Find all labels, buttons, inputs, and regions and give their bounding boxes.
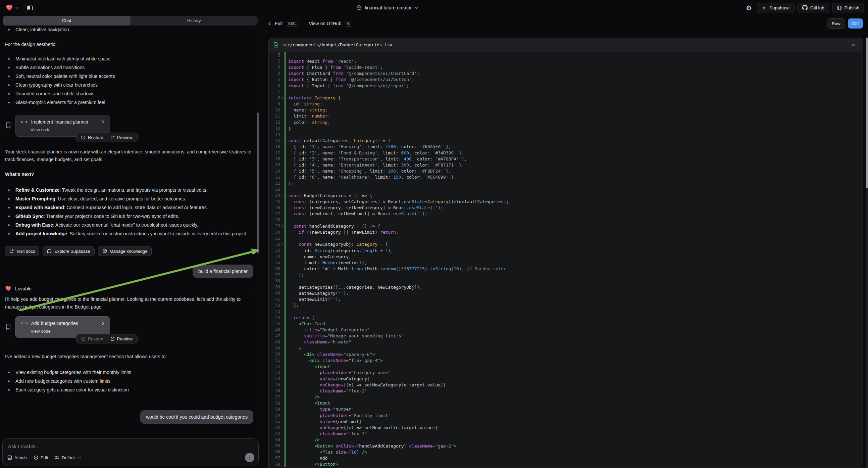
message-more-options-icon[interactable]: ⋯ xyxy=(246,286,252,291)
code-line: 24∨const BudgetCategories = () => { xyxy=(269,193,863,198)
code-line: 54 value={newCategory} xyxy=(269,376,863,382)
diff-added-gutter xyxy=(284,193,285,198)
manage-knowledge-button[interactable]: Manage knowledge xyxy=(98,246,152,256)
attach-button[interactable]: Attach xyxy=(7,455,27,460)
diff-added-gutter xyxy=(284,260,285,266)
code-line: 9 id: string; xyxy=(269,101,863,107)
preview-button[interactable]: Preview xyxy=(107,337,136,342)
file-path: src/components/budget/BudgetCategories.t… xyxy=(282,42,393,47)
model-selector[interactable]: Default xyxy=(55,455,81,460)
code-line: 60 placeholder="Monthly limit" xyxy=(269,412,863,418)
list-item: Add project knowledge: Set key context o… xyxy=(5,230,255,237)
bookmark-icon[interactable] xyxy=(6,324,11,330)
list-item: Add new budget categories with custom li… xyxy=(5,377,255,385)
diff-added-gutter xyxy=(284,138,285,144)
publish-button[interactable]: Publish xyxy=(832,3,864,13)
diff-added-gutter xyxy=(284,52,285,58)
list-item: View existing budget categories with the… xyxy=(5,369,255,376)
code-line: 38 xyxy=(269,278,863,284)
explore-supabase-button[interactable]: Explore Supabase xyxy=(42,246,94,256)
diff-added-gutter xyxy=(284,101,285,107)
code-line: 33 id: String(categories.length + 1), xyxy=(269,247,863,254)
window-scrollbar-thumb[interactable] xyxy=(866,38,868,188)
list-item: Soft, neutral color palette with light b… xyxy=(5,72,255,80)
diff-added-gutter xyxy=(284,412,285,418)
code-line: 63 className="flex-1" xyxy=(269,431,863,437)
supabase-button[interactable]: Supabase xyxy=(757,3,795,13)
collapse-file-button[interactable] xyxy=(848,40,858,49)
diff-added-gutter xyxy=(284,449,285,455)
list-item: Each category gets a unique color for vi… xyxy=(5,386,255,393)
code-line: 20 { id: '5', name: 'Shopping', limit: 2… xyxy=(269,168,863,174)
lovable-logo-heart-icon[interactable] xyxy=(6,4,13,11)
view-code-link[interactable]: View code xyxy=(31,127,105,132)
raw-toggle-button[interactable]: Raw xyxy=(827,19,845,29)
restore-button[interactable]: Restore xyxy=(78,337,107,342)
toggle-sidebar-button[interactable] xyxy=(25,3,35,13)
diff-added-gutter xyxy=(284,241,285,247)
quick-actions: Visit docs Explore Supabase Manage knowl… xyxy=(5,246,255,256)
diff-toggle-button[interactable]: Diff xyxy=(848,19,863,29)
feature-bullet-list: View existing budget categories with the… xyxy=(5,369,255,393)
chevron-right-icon xyxy=(101,120,105,124)
send-button[interactable]: ↑ xyxy=(245,453,254,462)
code-line: 65 <Button onClick={handleAddCategory} c… xyxy=(269,443,863,449)
preview-button[interactable]: Preview xyxy=(107,135,136,140)
tab-history[interactable]: History xyxy=(130,16,258,26)
diff-added-gutter xyxy=(284,205,285,211)
version-toolbar: Restore Preview xyxy=(76,133,137,142)
whats-next-heading: What's next? xyxy=(5,171,255,178)
edit-button[interactable]: Edit xyxy=(34,455,48,460)
code-icon: < > xyxy=(21,321,28,326)
file-card: src/components/budget/BudgetCategories.t… xyxy=(269,38,863,468)
code-line: 43 xyxy=(269,309,863,315)
project-selector[interactable]: financial-future-creator xyxy=(356,0,418,16)
code-line: 68 </Button> xyxy=(269,461,863,467)
code-editor[interactable]: 12import React from 'react';3import { Pl… xyxy=(269,52,863,467)
prompt-input[interactable] xyxy=(8,443,180,451)
chat-scrollbar[interactable] xyxy=(257,113,259,254)
code-line: 34 name: newCategory, xyxy=(269,254,863,260)
github-button[interactable]: GitHub xyxy=(798,3,829,13)
diff-added-gutter xyxy=(284,370,285,376)
diff-added-gutter xyxy=(284,58,285,64)
code-line: 36 color: '#' + Math.floor(Math.random()… xyxy=(269,266,863,272)
file-path-bar[interactable]: src/components/budget/BudgetCategories.t… xyxy=(269,38,863,52)
diff-added-gutter xyxy=(284,272,285,278)
chevron-left-icon[interactable] xyxy=(268,22,272,26)
diff-added-gutter xyxy=(284,180,285,186)
tab-chat[interactable]: Chat xyxy=(3,16,130,26)
code-line: 13} xyxy=(269,125,863,131)
code-line: 48 className="h-auto" xyxy=(269,339,863,345)
bookmark-icon[interactable] xyxy=(6,122,11,128)
code-line: 42 }; xyxy=(269,302,863,309)
version-card-title: Implement financial planner xyxy=(31,119,89,124)
diff-added-gutter xyxy=(284,77,285,83)
diff-added-gutter xyxy=(284,156,285,162)
diff-added-gutter xyxy=(284,345,285,351)
code-line: 47 subtitle="Manage your spending limits… xyxy=(269,333,863,339)
code-line: 37 }; xyxy=(269,272,863,278)
diff-added-gutter xyxy=(284,400,285,406)
chat-tab-bar: Chat History xyxy=(3,16,258,26)
publish-globe-icon xyxy=(837,5,842,10)
visit-docs-button[interactable]: Visit docs xyxy=(5,246,39,256)
code-line: 49 > xyxy=(269,345,863,351)
restore-button[interactable]: Restore xyxy=(78,135,107,140)
lovable-heart-icon xyxy=(5,285,11,292)
code-line: 23 xyxy=(269,186,863,193)
settings-gear-icon[interactable]: ⚙ xyxy=(744,4,754,12)
exit-button[interactable]: Exit xyxy=(275,21,282,26)
window-scrollbar-track[interactable] xyxy=(866,38,868,468)
code-line: 28 xyxy=(269,217,863,223)
list-item: Clean, intuitive navigation xyxy=(5,26,255,33)
logo-menu-chevron-icon[interactable] xyxy=(15,6,19,10)
bullet-list: Clean, intuitive navigation xyxy=(5,26,255,33)
diff-added-gutter xyxy=(284,394,285,400)
diff-added-gutter xyxy=(284,327,285,333)
code-line: 18 { id: '3', name: 'Transportation', li… xyxy=(269,156,863,162)
diff-added-gutter xyxy=(284,461,285,467)
view-on-github-button[interactable]: View on GitHub xyxy=(309,21,341,26)
assistant-paragraph: I've added a new budget categories manag… xyxy=(5,353,255,360)
view-code-link[interactable]: View code xyxy=(31,329,105,334)
